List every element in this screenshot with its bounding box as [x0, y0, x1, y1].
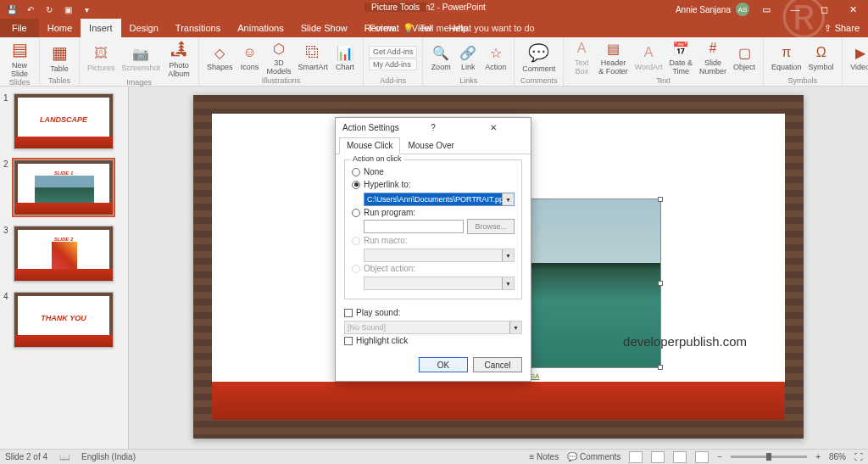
smartart-icon: ⿻: [304, 44, 321, 61]
avatar[interactable]: AS: [736, 3, 749, 16]
tab-home[interactable]: Home: [39, 19, 81, 37]
tab-mouse-click[interactable]: Mouse Click: [339, 137, 400, 154]
slideshow-view-icon[interactable]: [695, 451, 709, 463]
tab-file[interactable]: File: [0, 19, 39, 37]
zoom-level[interactable]: 86%: [829, 452, 846, 461]
redo-icon[interactable]: ↻: [44, 4, 54, 14]
icons-button[interactable]: ☺Icons: [237, 39, 263, 76]
smartart-button[interactable]: ⿻SmartArt: [296, 39, 331, 76]
screenshot-button[interactable]: 📷Screenshot: [120, 39, 164, 78]
pictures-icon: 🖼: [92, 45, 109, 62]
language-indicator[interactable]: English (India): [81, 452, 136, 461]
option-hyperlink[interactable]: Hyperlink to:: [352, 178, 515, 191]
share-button[interactable]: ⇪ Share: [815, 23, 868, 34]
table-button[interactable]: ▦Table: [45, 39, 74, 76]
tab-insert[interactable]: Insert: [81, 19, 121, 37]
normal-view-icon[interactable]: [629, 451, 643, 463]
slide-thumbnail-4[interactable]: THANK YOU: [14, 292, 114, 348]
zoom-button[interactable]: 🔍Zoom: [428, 39, 453, 76]
comments-button[interactable]: 💬 Comments: [567, 452, 620, 461]
hyperlink-combo[interactable]: C:\Users\Ann\Documents\PORTRAIT.pptx#POR…: [364, 193, 515, 206]
link-button[interactable]: 🔗Link: [455, 39, 481, 76]
highlight-click-checkbox[interactable]: Highlight click: [344, 334, 522, 347]
tab-transitions[interactable]: Transitions: [167, 19, 229, 37]
tell-me[interactable]: 💡 Tell me what you want to do: [403, 23, 535, 34]
play-sound-checkbox[interactable]: Play sound:: [344, 306, 522, 319]
ok-button[interactable]: OK: [419, 357, 468, 372]
wordart-button[interactable]: AWordArt: [632, 39, 665, 76]
shapes-button[interactable]: ◇Shapes: [204, 39, 236, 76]
equation-button[interactable]: πEquation: [769, 39, 804, 76]
radio-icon[interactable]: [352, 168, 360, 176]
get-addins-button[interactable]: Get Add-ins: [369, 46, 417, 58]
option-run-program[interactable]: Run program:: [352, 206, 515, 219]
close-icon[interactable]: ✕: [464, 123, 524, 132]
datetime-icon: 📅: [672, 40, 689, 57]
save-icon[interactable]: 💾: [7, 4, 17, 14]
tab-design[interactable]: Design: [121, 19, 167, 37]
checkbox-icon[interactable]: [344, 309, 353, 317]
radio-icon[interactable]: [352, 181, 360, 189]
zoom-slider[interactable]: [731, 456, 807, 458]
thumb-title: LANDSCAPE: [40, 115, 87, 124]
3d-models-button[interactable]: ⬡3D Models: [264, 39, 294, 76]
sorter-view-icon[interactable]: [651, 451, 665, 463]
browse-button[interactable]: Browse...: [467, 219, 515, 234]
slideshow-icon[interactable]: ▣: [63, 4, 73, 14]
header-footer-button[interactable]: ▤Header & Footer: [596, 39, 631, 76]
maximize-icon[interactable]: ◻: [812, 0, 836, 19]
slide-thumbnail-1[interactable]: LANDSCAPE: [14, 93, 114, 149]
photo-album-button[interactable]: 🏞Photo Album: [164, 39, 193, 78]
reading-view-icon[interactable]: [673, 451, 687, 463]
help-icon[interactable]: ?: [403, 123, 463, 132]
minimize-icon[interactable]: —: [783, 0, 807, 19]
chevron-down-icon[interactable]: ▼: [502, 193, 514, 205]
tab-animations[interactable]: Animations: [229, 19, 292, 37]
zoom-in-icon[interactable]: +: [815, 452, 821, 461]
datetime-button[interactable]: 📅Date & Time: [667, 39, 696, 76]
checkbox-icon[interactable]: [344, 337, 353, 345]
tab-format[interactable]: Format: [361, 19, 408, 37]
comment-button[interactable]: 💬Comment: [520, 39, 558, 76]
fit-to-window-icon[interactable]: ⛶: [854, 452, 863, 461]
undo-icon[interactable]: ↶: [25, 4, 36, 14]
cancel-button[interactable]: Cancel: [473, 357, 522, 372]
object-button[interactable]: ▢Object: [731, 39, 758, 76]
group-illustrations: Illustrations: [262, 76, 301, 86]
slide-number-button[interactable]: #Slide Number: [697, 39, 729, 76]
radio-icon[interactable]: [352, 209, 360, 217]
zoom-out-icon[interactable]: −: [717, 452, 722, 461]
ribbon-options-icon[interactable]: ▭: [754, 0, 778, 19]
group-symbols: Symbols: [788, 76, 818, 86]
my-addins-button[interactable]: My Add-ins: [369, 59, 417, 70]
option-none[interactable]: None: [352, 165, 515, 178]
spellcheck-icon[interactable]: 📖: [59, 452, 70, 461]
chart-button[interactable]: 📊Chart: [332, 39, 358, 76]
tab-mouse-over[interactable]: Mouse Over: [400, 137, 461, 154]
slider-thumb[interactable]: [766, 453, 771, 461]
qat-more-icon[interactable]: ▾: [81, 4, 92, 14]
tab-slideshow[interactable]: Slide Show: [292, 19, 356, 37]
slide-thumbnail-3[interactable]: SLIDE 2: [14, 226, 114, 282]
user-name[interactable]: Annie Sanjana: [676, 5, 731, 14]
symbol-button[interactable]: ΩSymbol: [806, 39, 837, 76]
thumb-title: THANK YOU: [41, 314, 86, 322]
run-program-input[interactable]: [364, 220, 464, 233]
cube-icon: ⬡: [270, 40, 287, 57]
textbox-button[interactable]: AText Box: [569, 39, 594, 76]
resize-handle[interactable]: [658, 281, 663, 286]
dialog-titlebar[interactable]: Action Settings ? ✕: [336, 118, 531, 137]
resize-handle[interactable]: [658, 197, 663, 202]
radio-icon: [352, 237, 360, 245]
slide-indicator[interactable]: Slide 2 of 4: [5, 452, 47, 461]
pictures-button[interactable]: 🖼Pictures: [85, 39, 118, 78]
close-icon[interactable]: ✕: [841, 0, 865, 19]
new-slide-button[interactable]: ▤New Slide: [5, 39, 34, 78]
notes-button[interactable]: ≡ Notes: [529, 452, 559, 461]
chevron-down-icon: ▼: [502, 249, 514, 261]
video-button[interactable]: ▶Video: [848, 39, 868, 76]
slide-thumbnail-2[interactable]: SLIDE 1: [14, 159, 114, 215]
object-icon: ▢: [736, 44, 753, 61]
resize-handle[interactable]: [658, 365, 663, 370]
action-button[interactable]: ☆Action: [482, 39, 509, 76]
